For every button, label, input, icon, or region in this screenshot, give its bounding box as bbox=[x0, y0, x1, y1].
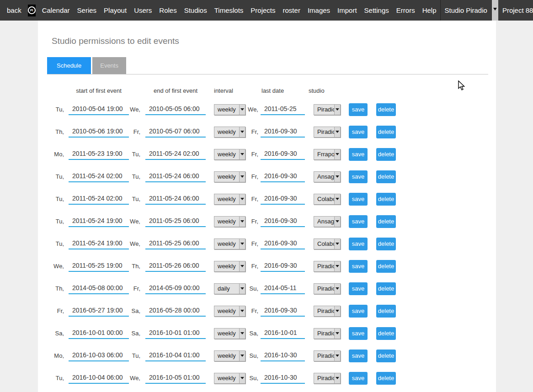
nav-item-series[interactable]: Series bbox=[74, 6, 101, 14]
chevron-down-icon[interactable] bbox=[334, 351, 340, 361]
end-datetime-input[interactable] bbox=[145, 148, 206, 160]
interval-select[interactable]: weekly bbox=[214, 127, 245, 138]
interval-select[interactable]: weekly bbox=[214, 238, 245, 249]
delete-button[interactable]: delete bbox=[376, 372, 396, 385]
tab-events[interactable]: Events bbox=[92, 57, 126, 74]
nav-item-users[interactable]: Users bbox=[130, 6, 155, 14]
start-datetime-input[interactable] bbox=[69, 216, 129, 227]
chevron-down-icon[interactable] bbox=[239, 284, 245, 294]
start-datetime-input[interactable] bbox=[69, 372, 129, 384]
last-date-input[interactable] bbox=[261, 148, 305, 160]
chevron-down-icon[interactable] bbox=[334, 261, 340, 271]
save-button[interactable]: save bbox=[349, 350, 368, 362]
chevron-down-icon[interactable] bbox=[239, 194, 245, 204]
last-date-input[interactable] bbox=[261, 328, 305, 339]
chevron-down-icon[interactable] bbox=[334, 373, 340, 383]
chevron-down-icon[interactable] bbox=[239, 239, 245, 249]
start-datetime-input[interactable] bbox=[69, 328, 129, 339]
chevron-down-icon[interactable] bbox=[334, 105, 340, 115]
start-datetime-input[interactable] bbox=[69, 283, 129, 294]
end-datetime-input[interactable] bbox=[145, 238, 206, 249]
nav-item-roles[interactable]: Roles bbox=[155, 6, 180, 14]
delete-button[interactable]: delete bbox=[376, 282, 396, 295]
end-datetime-input[interactable] bbox=[145, 260, 206, 272]
studio-select[interactable]: Piradio bbox=[314, 350, 341, 361]
last-date-input[interactable] bbox=[261, 104, 305, 115]
start-datetime-input[interactable] bbox=[69, 350, 129, 361]
chevron-down-icon[interactable] bbox=[239, 261, 245, 271]
last-date-input[interactable] bbox=[261, 238, 305, 249]
save-button[interactable]: save bbox=[349, 126, 368, 138]
nav-item-settings[interactable]: Settings bbox=[361, 6, 393, 14]
end-datetime-input[interactable] bbox=[145, 193, 206, 205]
end-datetime-input[interactable] bbox=[145, 350, 206, 361]
studio-select[interactable]: Piradio bbox=[314, 283, 341, 294]
end-datetime-input[interactable] bbox=[145, 216, 206, 227]
end-datetime-input[interactable] bbox=[145, 372, 206, 384]
nav-item-images[interactable]: Images bbox=[304, 6, 334, 14]
delete-button[interactable]: delete bbox=[376, 126, 396, 138]
save-button[interactable]: save bbox=[349, 305, 368, 318]
piradio-logo-icon[interactable]: PI bbox=[28, 5, 36, 16]
nav-item-import[interactable]: Import bbox=[334, 6, 361, 14]
last-date-input[interactable] bbox=[261, 216, 305, 227]
chevron-down-icon[interactable] bbox=[239, 306, 245, 316]
nav-item-projects[interactable]: Projects bbox=[247, 6, 279, 14]
save-button[interactable]: save bbox=[349, 193, 368, 206]
delete-button[interactable]: delete bbox=[376, 148, 396, 161]
start-datetime-input[interactable] bbox=[69, 148, 129, 160]
studio-select[interactable]: Piradio bbox=[314, 373, 341, 384]
last-date-input[interactable] bbox=[261, 126, 305, 138]
interval-select[interactable]: weekly bbox=[214, 373, 245, 384]
nav-item-errors[interactable]: Errors bbox=[393, 6, 419, 14]
start-datetime-input[interactable] bbox=[69, 104, 129, 115]
studio-select[interactable]: Colabo bbox=[314, 238, 341, 249]
studio-select-nav[interactable]: Studio Piradio bbox=[441, 0, 498, 21]
chevron-down-icon[interactable] bbox=[334, 239, 340, 249]
save-button[interactable]: save bbox=[349, 148, 368, 161]
delete-button[interactable]: delete bbox=[376, 170, 396, 183]
nav-item-back[interactable]: back bbox=[3, 6, 25, 14]
chevron-down-icon[interactable] bbox=[334, 149, 340, 159]
last-date-input[interactable] bbox=[261, 193, 305, 205]
project-select-nav[interactable]: Project 88vier bbox=[498, 0, 533, 21]
studio-select[interactable]: Piradio bbox=[314, 328, 341, 339]
chevron-down-icon[interactable] bbox=[239, 373, 245, 383]
chevron-down-icon[interactable] bbox=[334, 284, 340, 294]
save-button[interactable]: save bbox=[349, 170, 368, 183]
interval-select[interactable]: weekly bbox=[214, 216, 245, 227]
end-datetime-input[interactable] bbox=[145, 305, 206, 317]
studio-select[interactable]: Piradio bbox=[314, 261, 341, 272]
chevron-down-icon[interactable] bbox=[239, 127, 245, 137]
studio-select[interactable]: Piradio bbox=[314, 127, 341, 138]
delete-button[interactable]: delete bbox=[376, 260, 396, 273]
last-date-input[interactable] bbox=[261, 372, 305, 384]
nav-item-roster[interactable]: roster bbox=[279, 6, 304, 14]
interval-select[interactable]: weekly bbox=[214, 104, 245, 115]
delete-button[interactable]: delete bbox=[376, 193, 396, 206]
chevron-down-icon[interactable] bbox=[239, 149, 245, 159]
nav-item-calendar[interactable]: Calendar bbox=[38, 6, 74, 14]
start-datetime-input[interactable] bbox=[69, 171, 129, 182]
start-datetime-input[interactable] bbox=[69, 238, 129, 249]
chevron-down-icon[interactable] bbox=[334, 194, 340, 204]
interval-select[interactable]: weekly bbox=[214, 350, 245, 361]
interval-select[interactable]: weekly bbox=[214, 194, 245, 205]
delete-button[interactable]: delete bbox=[376, 327, 396, 340]
last-date-input[interactable] bbox=[261, 283, 305, 294]
save-button[interactable]: save bbox=[349, 372, 368, 385]
nav-item-timeslots[interactable]: Timeslots bbox=[211, 6, 247, 14]
tab-schedule[interactable]: Schedule bbox=[47, 57, 91, 74]
chevron-down-icon[interactable] bbox=[239, 351, 245, 361]
interval-select[interactable]: daily bbox=[214, 283, 245, 294]
end-datetime-input[interactable] bbox=[145, 283, 206, 294]
delete-button[interactable]: delete bbox=[376, 305, 396, 318]
chevron-down-icon[interactable] bbox=[239, 105, 245, 115]
start-datetime-input[interactable] bbox=[69, 305, 129, 317]
interval-select[interactable]: weekly bbox=[214, 306, 245, 317]
delete-button[interactable]: delete bbox=[376, 103, 396, 116]
last-date-input[interactable] bbox=[261, 260, 305, 272]
chevron-down-icon[interactable] bbox=[334, 328, 340, 339]
chevron-down-icon[interactable] bbox=[334, 306, 340, 316]
last-date-input[interactable] bbox=[261, 350, 305, 361]
